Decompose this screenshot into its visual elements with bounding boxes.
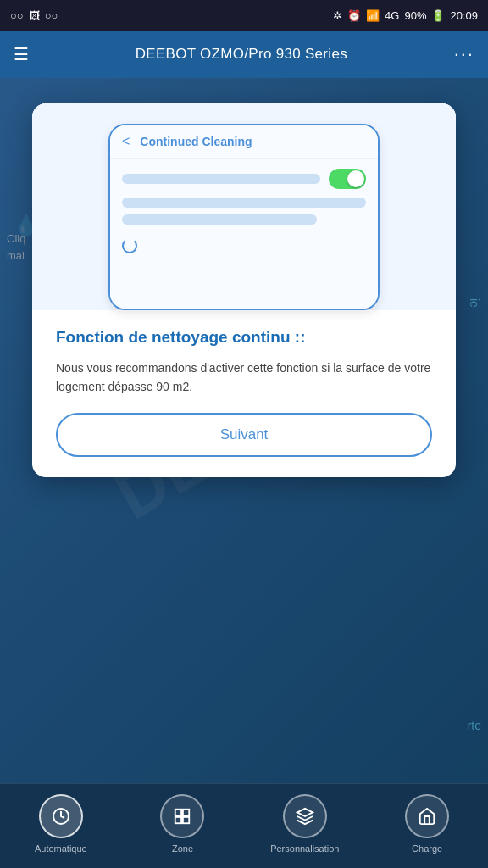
svg-rect-4	[183, 817, 189, 823]
phone-screen: < Continued Cleaning	[110, 125, 378, 309]
phone-mockup: < Continued Cleaning	[108, 124, 380, 310]
network-label: 4G	[385, 9, 399, 22]
modal-title: Fonction de nettoyage continu ::	[56, 327, 432, 348]
nav-item-auto[interactable]: Automatique	[27, 794, 95, 854]
voicemail-icon: ○○	[45, 9, 58, 22]
svg-rect-3	[175, 817, 181, 823]
modal-card: < Continued Cleaning	[32, 103, 456, 477]
charge-icon	[405, 794, 449, 838]
phone-row-1	[122, 174, 320, 184]
loader-icon	[122, 238, 137, 253]
modal-content: Fonction de nettoyage continu :: Nous vo…	[32, 310, 456, 477]
status-bar: ○○ 🖼 ○○ ✲ ⏰ 📶 4G 90% 🔋 20:09	[0, 0, 488, 31]
alarm-icon: ⏰	[347, 9, 361, 22]
wifi-icon: 📶	[366, 9, 380, 22]
header: ☰ DEEBOT OZMO/Pro 930 Series ···	[0, 31, 488, 78]
modal-overlay: < Continued Cleaning	[0, 78, 488, 868]
hamburger-icon[interactable]: ☰	[14, 44, 29, 64]
battery-icon: 🔋	[431, 9, 445, 22]
svg-rect-1	[175, 810, 181, 815]
photo-icon: 🖼	[29, 9, 40, 22]
nav-item-charge[interactable]: Charge	[393, 794, 461, 854]
bottom-nav: Automatique Zone Personnalisation	[0, 783, 488, 868]
svg-rect-2	[183, 810, 189, 815]
header-title: DEEBOT OZMO/Pro 930 Series	[136, 46, 347, 63]
phone-loader-row	[122, 235, 366, 257]
toggle-switch	[329, 169, 366, 189]
clock: 20:09	[450, 9, 478, 22]
phone-mock-content	[110, 159, 378, 267]
modal-body: Nous vous recommandons d'activer cette f…	[56, 359, 432, 397]
status-left: ○○ 🖼 ○○	[10, 9, 58, 22]
phone-back-icon: <	[122, 134, 130, 149]
phone-row-3	[122, 214, 317, 225]
modal-illustration: < Continued Cleaning	[32, 103, 456, 310]
auto-icon	[39, 794, 83, 838]
phone-mock-header: < Continued Cleaning	[110, 125, 378, 159]
nav-item-custom[interactable]: Personnalisation	[270, 794, 339, 854]
more-options-icon[interactable]: ···	[454, 43, 474, 65]
custom-icon	[283, 794, 327, 838]
nav-item-zone[interactable]: Zone	[148, 794, 216, 854]
next-button[interactable]: Suivant	[56, 413, 432, 457]
battery-level: 90%	[404, 9, 426, 22]
nav-label-custom: Personnalisation	[270, 843, 339, 854]
phone-mock-title: Continued Cleaning	[140, 135, 252, 148]
zone-icon	[160, 794, 204, 838]
nav-label-charge: Charge	[412, 843, 442, 854]
phone-row-2	[122, 198, 366, 208]
bluetooth-icon: ✲	[333, 9, 342, 22]
nav-label-zone: Zone	[172, 843, 193, 854]
nav-label-auto: Automatique	[35, 843, 87, 854]
phone-toggle	[329, 169, 366, 189]
signal-icon: ○○	[10, 9, 24, 22]
status-right: ✲ ⏰ 📶 4G 90% 🔋 20:09	[333, 9, 478, 22]
